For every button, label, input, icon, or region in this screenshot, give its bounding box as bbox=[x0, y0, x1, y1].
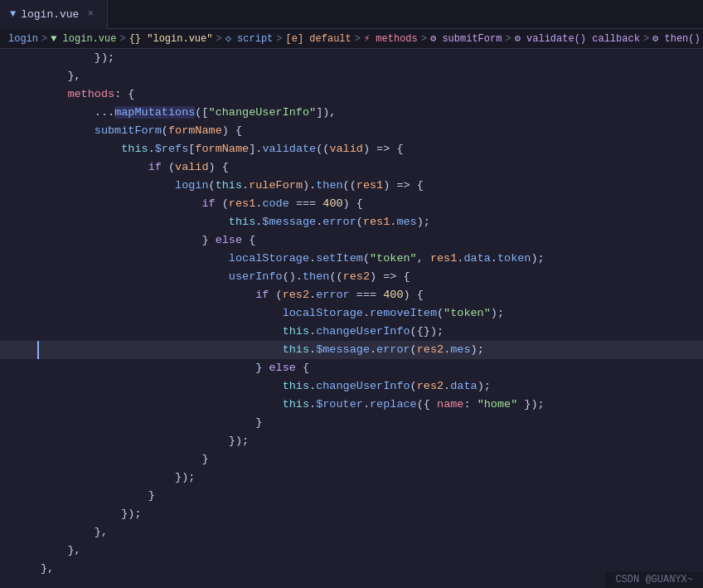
breadcrumb-item-6: ⚙ submitForm bbox=[430, 32, 502, 45]
code-line: }, bbox=[0, 542, 703, 560]
code-line: } bbox=[0, 414, 703, 432]
code-line: this.$router.replace({ name: "home" }); bbox=[0, 396, 703, 414]
code-line: if (res2.error === 400) { bbox=[0, 286, 703, 304]
code-line: methods: { bbox=[0, 85, 703, 104]
code-line: if (res1.code === 400) { bbox=[0, 195, 703, 213]
status-text: CSDN @GUANYX~ bbox=[615, 574, 693, 586]
breadcrumb-item-8: ⚙ then() callback bbox=[652, 32, 703, 45]
code-line-active: this.$message.error(res2.mes); bbox=[0, 341, 703, 359]
code-line: login(this.ruleForm).then((res1) => { bbox=[0, 177, 703, 195]
code-line: }); bbox=[0, 49, 703, 67]
code-line: this.changeUserInfo(res2.data); bbox=[0, 377, 703, 396]
tab-label: login.vue bbox=[21, 8, 79, 21]
breadcrumb: login > ▼ login.vue > {} "login.vue" > ◇… bbox=[0, 29, 703, 49]
code-line: if (valid) { bbox=[0, 158, 703, 177]
code-line: } else { bbox=[0, 359, 703, 377]
breadcrumb-item-1: ▼ login.vue bbox=[51, 33, 116, 45]
breadcrumb-item-0: login bbox=[8, 33, 38, 45]
code-line: }); bbox=[0, 469, 703, 487]
code-line: localStorage.removeItem("token"); bbox=[0, 304, 703, 323]
tab-bar: ▼ login.vue × bbox=[0, 0, 703, 29]
breadcrumb-item-3: ◇ script bbox=[225, 32, 274, 45]
code-line: }, bbox=[0, 560, 703, 578]
code-line: } else { bbox=[0, 231, 703, 250]
code-line: userInfo().then((res2) => { bbox=[0, 268, 703, 286]
code-line: ...mapMutations(["changeUserInfo"]), bbox=[0, 104, 703, 122]
breadcrumb-item-2: {} "login.vue" bbox=[129, 33, 213, 45]
tab-login-vue[interactable]: ▼ login.vue × bbox=[0, 0, 108, 29]
code-line: }); bbox=[0, 505, 703, 523]
code-line: this.changeUserInfo({}); bbox=[0, 323, 703, 341]
tab-close-button[interactable]: × bbox=[84, 7, 97, 21]
code-line: }); bbox=[0, 432, 703, 450]
status-bar: CSDN @GUANYX~ bbox=[605, 571, 703, 588]
code-line: } bbox=[0, 487, 703, 505]
code-line: } bbox=[0, 450, 703, 469]
vue-icon: ▼ bbox=[10, 8, 16, 20]
code-line: }, bbox=[0, 523, 703, 542]
code-line: this.$message.error(res1.mes); bbox=[0, 213, 703, 231]
breadcrumb-item-7: ⚙ validate() callback bbox=[515, 32, 640, 45]
code-line: }, bbox=[0, 67, 703, 85]
code-line: localStorage.setItem("token", res1.data.… bbox=[0, 250, 703, 268]
breadcrumb-item-5: ⚡ methods bbox=[364, 32, 418, 45]
code-line: this.$refs[formName].validate((valid) =>… bbox=[0, 140, 703, 158]
code-line: submitForm(formName) { bbox=[0, 122, 703, 140]
code-editor: }); }, methods: { ...mapMutations(["chan… bbox=[0, 49, 703, 585]
breadcrumb-item-4: [e] default bbox=[286, 33, 352, 45]
